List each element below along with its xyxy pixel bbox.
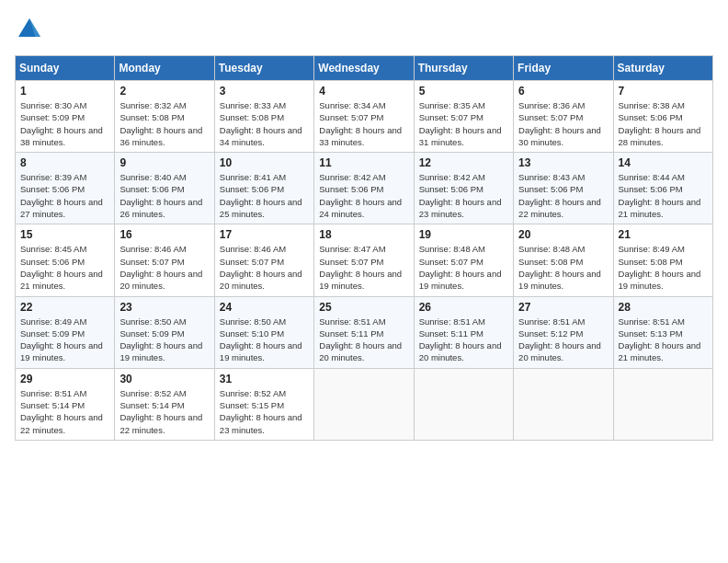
- day-info: Sunrise: 8:49 AMSunset: 5:09 PMDaylight:…: [20, 316, 109, 364]
- day-number: 30: [119, 373, 209, 385]
- day-cell-5: 5Sunrise: 8:35 AMSunset: 5:07 PMDaylight…: [414, 81, 513, 153]
- week-row-3: 15Sunrise: 8:45 AMSunset: 5:06 PMDayligh…: [16, 224, 713, 296]
- day-cell-2: 2Sunrise: 8:32 AMSunset: 5:08 PMDaylight…: [115, 81, 214, 153]
- col-header-sunday: Sunday: [16, 56, 115, 81]
- day-info: Sunrise: 8:44 AMSunset: 5:06 PMDaylight:…: [619, 171, 708, 220]
- day-number: 17: [220, 228, 309, 241]
- day-number: 12: [419, 156, 508, 169]
- calendar-table: SundayMondayTuesdayWednesdayThursdayFrid…: [15, 55, 713, 441]
- day-info: Sunrise: 8:48 AMSunset: 5:07 PMDaylight:…: [419, 243, 508, 292]
- day-info: Sunrise: 8:42 AMSunset: 5:06 PMDaylight:…: [319, 171, 408, 220]
- empty-cell: [314, 368, 414, 440]
- logo: [15, 15, 48, 44]
- day-info: Sunrise: 8:48 AMSunset: 5:08 PMDaylight:…: [518, 243, 608, 292]
- day-info: Sunrise: 8:38 AMSunset: 5:06 PMDaylight:…: [619, 99, 708, 148]
- col-header-monday: Monday: [115, 56, 214, 81]
- day-cell-9: 9Sunrise: 8:40 AMSunset: 5:06 PMDaylight…: [115, 153, 214, 224]
- week-row-4: 22Sunrise: 8:49 AMSunset: 5:09 PMDayligh…: [16, 296, 713, 368]
- day-number: 14: [619, 156, 708, 169]
- day-cell-29: 29Sunrise: 8:51 AMSunset: 5:14 PMDayligh…: [16, 368, 115, 440]
- day-info: Sunrise: 8:34 AMSunset: 5:07 PMDaylight:…: [319, 99, 408, 148]
- day-info: Sunrise: 8:42 AMSunset: 5:06 PMDaylight:…: [419, 171, 508, 220]
- col-header-tuesday: Tuesday: [214, 56, 313, 81]
- day-number: 20: [518, 228, 608, 241]
- day-cell-7: 7Sunrise: 8:38 AMSunset: 5:06 PMDaylight…: [613, 81, 712, 153]
- day-info: Sunrise: 8:41 AMSunset: 5:06 PMDaylight:…: [220, 171, 309, 220]
- day-number: 31: [220, 373, 309, 385]
- day-cell-27: 27Sunrise: 8:51 AMSunset: 5:12 PMDayligh…: [514, 296, 613, 368]
- day-number: 9: [119, 156, 209, 169]
- day-number: 2: [119, 85, 209, 98]
- day-info: Sunrise: 8:51 AMSunset: 5:12 PMDaylight:…: [518, 316, 608, 364]
- day-number: 8: [20, 156, 109, 169]
- day-number: 7: [619, 85, 708, 98]
- day-info: Sunrise: 8:51 AMSunset: 5:11 PMDaylight:…: [419, 316, 508, 364]
- day-cell-15: 15Sunrise: 8:45 AMSunset: 5:06 PMDayligh…: [16, 224, 115, 296]
- day-cell-25: 25Sunrise: 8:51 AMSunset: 5:11 PMDayligh…: [314, 296, 414, 368]
- page-header: [15, 15, 713, 44]
- day-cell-23: 23Sunrise: 8:50 AMSunset: 5:09 PMDayligh…: [115, 296, 214, 368]
- day-cell-1: 1Sunrise: 8:30 AMSunset: 5:09 PMDaylight…: [16, 81, 115, 153]
- header-row: SundayMondayTuesdayWednesdayThursdayFrid…: [16, 56, 713, 81]
- col-header-wednesday: Wednesday: [314, 56, 414, 81]
- col-header-saturday: Saturday: [613, 56, 712, 81]
- day-cell-30: 30Sunrise: 8:52 AMSunset: 5:14 PMDayligh…: [115, 368, 214, 440]
- day-cell-6: 6Sunrise: 8:36 AMSunset: 5:07 PMDaylight…: [514, 81, 613, 153]
- day-info: Sunrise: 8:50 AMSunset: 5:10 PMDaylight:…: [220, 316, 309, 364]
- day-cell-22: 22Sunrise: 8:49 AMSunset: 5:09 PMDayligh…: [16, 296, 115, 368]
- day-cell-13: 13Sunrise: 8:43 AMSunset: 5:06 PMDayligh…: [514, 153, 613, 224]
- empty-cell: [514, 368, 613, 440]
- day-cell-8: 8Sunrise: 8:39 AMSunset: 5:06 PMDaylight…: [16, 153, 115, 224]
- day-cell-11: 11Sunrise: 8:42 AMSunset: 5:06 PMDayligh…: [314, 153, 414, 224]
- day-number: 21: [619, 228, 708, 241]
- col-header-friday: Friday: [514, 56, 613, 81]
- day-number: 18: [319, 228, 408, 241]
- calendar-header: SundayMondayTuesdayWednesdayThursdayFrid…: [16, 56, 713, 81]
- day-cell-16: 16Sunrise: 8:46 AMSunset: 5:07 PMDayligh…: [115, 224, 214, 296]
- day-cell-12: 12Sunrise: 8:42 AMSunset: 5:06 PMDayligh…: [414, 153, 513, 224]
- day-number: 10: [220, 156, 309, 169]
- day-info: Sunrise: 8:51 AMSunset: 5:11 PMDaylight:…: [319, 316, 408, 364]
- day-number: 27: [518, 301, 608, 314]
- day-number: 16: [119, 228, 209, 241]
- logo-icon: [15, 15, 44, 44]
- day-info: Sunrise: 8:47 AMSunset: 5:07 PMDaylight:…: [319, 243, 408, 292]
- day-number: 1: [20, 85, 109, 98]
- day-info: Sunrise: 8:52 AMSunset: 5:15 PMDaylight:…: [220, 387, 309, 436]
- day-cell-19: 19Sunrise: 8:48 AMSunset: 5:07 PMDayligh…: [414, 224, 513, 296]
- day-number: 15: [20, 228, 109, 241]
- day-cell-3: 3Sunrise: 8:33 AMSunset: 5:08 PMDaylight…: [214, 81, 313, 153]
- day-number: 4: [319, 85, 408, 98]
- day-cell-18: 18Sunrise: 8:47 AMSunset: 5:07 PMDayligh…: [314, 224, 414, 296]
- day-number: 13: [518, 156, 608, 169]
- day-info: Sunrise: 8:33 AMSunset: 5:08 PMDaylight:…: [220, 99, 309, 148]
- day-number: 29: [20, 373, 109, 385]
- day-cell-10: 10Sunrise: 8:41 AMSunset: 5:06 PMDayligh…: [214, 153, 313, 224]
- day-number: 6: [518, 85, 608, 98]
- day-cell-14: 14Sunrise: 8:44 AMSunset: 5:06 PMDayligh…: [613, 153, 712, 224]
- day-number: 11: [319, 156, 408, 169]
- empty-cell: [414, 368, 513, 440]
- day-cell-17: 17Sunrise: 8:46 AMSunset: 5:07 PMDayligh…: [214, 224, 313, 296]
- day-number: 24: [220, 301, 309, 314]
- day-info: Sunrise: 8:35 AMSunset: 5:07 PMDaylight:…: [419, 99, 508, 148]
- day-info: Sunrise: 8:30 AMSunset: 5:09 PMDaylight:…: [20, 99, 109, 148]
- day-number: 25: [319, 301, 408, 314]
- day-cell-31: 31Sunrise: 8:52 AMSunset: 5:15 PMDayligh…: [214, 368, 313, 440]
- day-info: Sunrise: 8:46 AMSunset: 5:07 PMDaylight:…: [220, 243, 309, 292]
- day-number: 5: [419, 85, 508, 98]
- day-info: Sunrise: 8:51 AMSunset: 5:14 PMDaylight:…: [20, 387, 109, 436]
- day-info: Sunrise: 8:40 AMSunset: 5:06 PMDaylight:…: [119, 171, 209, 220]
- day-info: Sunrise: 8:32 AMSunset: 5:08 PMDaylight:…: [119, 99, 209, 148]
- day-info: Sunrise: 8:45 AMSunset: 5:06 PMDaylight:…: [20, 243, 109, 292]
- day-cell-21: 21Sunrise: 8:49 AMSunset: 5:08 PMDayligh…: [613, 224, 712, 296]
- day-info: Sunrise: 8:49 AMSunset: 5:08 PMDaylight:…: [619, 243, 708, 292]
- day-number: 26: [419, 301, 508, 314]
- day-number: 19: [419, 228, 508, 241]
- day-cell-20: 20Sunrise: 8:48 AMSunset: 5:08 PMDayligh…: [514, 224, 613, 296]
- col-header-thursday: Thursday: [414, 56, 513, 81]
- day-info: Sunrise: 8:43 AMSunset: 5:06 PMDaylight:…: [518, 171, 608, 220]
- day-number: 28: [619, 301, 708, 314]
- day-cell-4: 4Sunrise: 8:34 AMSunset: 5:07 PMDaylight…: [314, 81, 414, 153]
- empty-cell: [613, 368, 712, 440]
